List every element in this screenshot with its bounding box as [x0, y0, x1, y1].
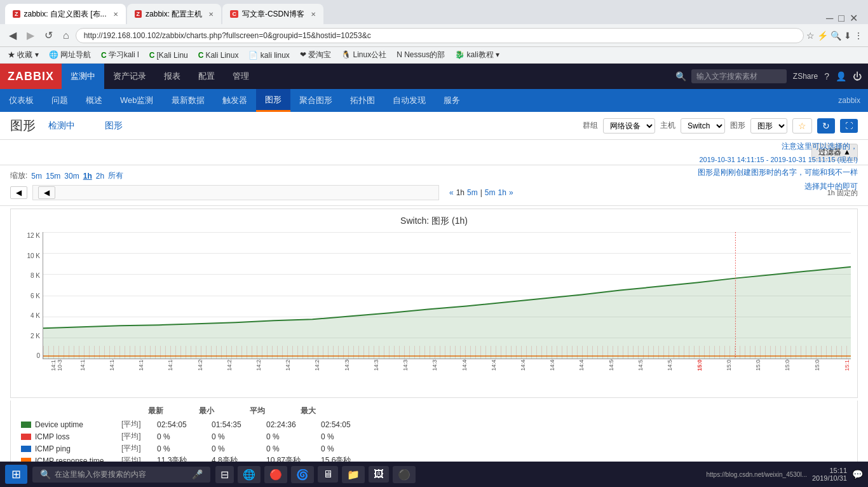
tab-2[interactable]: Z zabbix: 配置主机 ✕ — [127, 4, 222, 24]
legend-name-2: ICMP loss — [35, 432, 118, 441]
x-label-6: 14:20 — [197, 359, 231, 371]
host-select[interactable]: Switch — [681, 118, 725, 134]
legend-header-avg: 平均 — [250, 406, 301, 416]
zoom-1h[interactable]: 1h — [83, 172, 92, 181]
zoom-30m[interactable]: 30m — [64, 172, 79, 181]
submenu-dashboard[interactable]: 仪表板 — [0, 89, 43, 112]
graph-select[interactable]: 图形 — [750, 118, 787, 134]
download-icon[interactable]: ⬇ — [844, 31, 851, 41]
time-range-bar[interactable]: ◀ — [32, 185, 439, 200]
nav-item-config[interactable]: 配置 — [189, 64, 224, 89]
refresh-button[interactable]: ↻ — [817, 118, 835, 134]
bookmark-kali-linux[interactable]: C Kali Linux — [196, 50, 241, 61]
zoom-5m[interactable]: 5m — [31, 172, 42, 181]
taskbar-time: 15:11 — [812, 467, 847, 474]
address-bar[interactable] — [76, 28, 804, 43]
submenu-discovery[interactable]: 自动发现 — [384, 89, 435, 112]
nav-item-reports[interactable]: 报表 — [155, 64, 189, 89]
bookmark-kali-linu[interactable]: C[Kali Linu — [147, 50, 191, 61]
x-label-25: 15:06 — [785, 359, 818, 371]
x-label-26: 15:08 — [814, 359, 848, 371]
nav-item-assets[interactable]: 资产记录 — [104, 64, 155, 89]
back-button[interactable]: ◀ — [5, 27, 20, 44]
submenu-latest[interactable]: 最新数据 — [163, 89, 214, 112]
user-icon[interactable]: 👤 — [836, 71, 846, 81]
bookmark-nessus[interactable]: N Nessus的部 — [394, 48, 447, 62]
app6-btn[interactable]: ⚫ — [393, 466, 416, 476]
graph-label: 图形 — [730, 120, 745, 131]
breadcrumb-monitoring[interactable]: 检测中 — [48, 120, 75, 132]
app3-btn[interactable]: 🖥 — [318, 466, 338, 476]
bookmark-kali-learn[interactable]: C 学习kali l — [98, 48, 142, 62]
submenu-services[interactable]: 服务 — [435, 89, 469, 112]
microphone-icon[interactable]: 🎤 — [192, 469, 203, 476]
zoom-2h[interactable]: 2h — [96, 172, 104, 181]
fullscreen-button[interactable]: ⛶ — [840, 119, 858, 133]
step-fwd-5m[interactable]: 5m — [485, 188, 496, 197]
group-select[interactable]: 网络设备 — [603, 118, 655, 134]
bookmark-taobao[interactable]: ❤ 爱淘宝 — [297, 48, 334, 62]
power-icon[interactable]: ⏻ — [853, 71, 862, 81]
submenu-triggers[interactable]: 触发器 — [214, 89, 256, 112]
windows-button[interactable]: ⊞ — [5, 465, 27, 476]
maximize-icon[interactable]: □ — [838, 13, 844, 24]
bookmark-linux[interactable]: 🐧 Linux公社 — [339, 48, 389, 62]
search-input[interactable] — [691, 69, 787, 83]
x-label-15-00: 15:00 — [696, 359, 730, 371]
favorite-button[interactable]: ☆ — [792, 118, 812, 134]
nav-left-button[interactable]: ◀ — [10, 186, 27, 199]
submenu-screens[interactable]: 聚合图形 — [290, 89, 341, 112]
search-bar[interactable]: 🔍 在这里输入你要搜索的内容 🎤 — [32, 467, 210, 476]
minimize-icon[interactable]: ─ — [826, 13, 833, 24]
submenu-topology[interactable]: 拓扑图 — [341, 89, 384, 112]
bookmark-kali-tutorial[interactable]: 🐉 kali教程 ▾ — [452, 48, 502, 62]
bookmark-kali-linux2[interactable]: 📄 kali linux — [246, 50, 292, 61]
notification-icon[interactable]: 💬 — [852, 469, 863, 476]
bookmark-star-icon[interactable]: ☆ — [806, 31, 815, 41]
taskview-button[interactable]: ⊟ — [215, 466, 234, 476]
nav-item-monitoring[interactable]: 监测中 — [62, 64, 104, 89]
app4-btn[interactable]: 📁 — [342, 466, 365, 476]
extension-icon[interactable]: ⚡ — [817, 31, 828, 41]
submenu-problems[interactable]: 问题 — [43, 89, 77, 112]
tab-3[interactable]: C 写文章-CSDN博客 ✕ — [222, 4, 323, 24]
zoom-all[interactable]: 所有 — [108, 170, 123, 181]
submenu-graphs[interactable]: 图形 — [256, 89, 290, 112]
bookmark-favorites[interactable]: ★ 收藏 ▾ — [5, 48, 41, 62]
tab-1[interactable]: Z zabbix: 自定义图表 [布... ✕ — [5, 4, 126, 24]
tab-close-2[interactable]: ✕ — [208, 11, 214, 18]
zabbix-search: 🔍 — [675, 69, 793, 83]
tab-close-3[interactable]: ✕ — [311, 11, 316, 18]
step-back-5m[interactable]: 5m — [467, 188, 478, 197]
zabbix-header: ZABBIX 监测中 资产记录 报表 配置 管理 🔍 ZShare ? 👤 ⏻ — [0, 64, 868, 89]
step-back-1h[interactable]: « — [449, 188, 454, 197]
zoom-15m[interactable]: 15m — [46, 172, 60, 181]
search-icon[interactable]: 🔍 — [831, 31, 841, 41]
y-label-2k: 2 K — [31, 333, 40, 340]
submenu-overview[interactable]: 概述 — [77, 89, 111, 112]
app5-btn[interactable]: 🖼 — [369, 466, 389, 476]
close-icon[interactable]: ✕ — [850, 12, 858, 24]
breadcrumb-graphs[interactable]: 图形 — [105, 120, 123, 132]
x-axis: 14:110-31 14:12 14:14 14:16 14:18 14:20 … — [43, 359, 851, 397]
tab-close-1[interactable]: ✕ — [113, 11, 118, 18]
refresh-button[interactable]: ↺ — [41, 27, 57, 44]
app1-btn[interactable]: 🔴 — [264, 466, 287, 476]
x-label-21: 14:52 — [637, 359, 671, 371]
forward-button[interactable]: ▶ — [23, 27, 38, 44]
x-label-22: 14:54 — [667, 359, 700, 371]
inner-nav-left[interactable]: ◀ — [38, 186, 55, 199]
bookmark-nav[interactable]: 🌐 网址导航 — [46, 48, 93, 62]
browser-taskbar-btn[interactable]: 🌐 — [238, 466, 261, 476]
zshare-link[interactable]: ZShare — [793, 72, 818, 81]
legend-min-2: 0 % — [212, 432, 262, 441]
question-icon[interactable]: ? — [824, 71, 829, 81]
step-fwd-1h[interactable]: 1h — [498, 188, 506, 197]
app2-btn[interactable]: 🌀 — [291, 466, 314, 476]
menu-icon[interactable]: ⋮ — [854, 31, 863, 41]
submenu-web[interactable]: Web监测 — [111, 89, 163, 112]
step-fwd-end[interactable]: » — [509, 188, 513, 197]
home-button[interactable]: ⌂ — [59, 27, 73, 44]
annotation-region: 注意这里可以选择的， 2019-10-31 14:11:15 - 2019-10… — [0, 140, 868, 206]
nav-item-admin[interactable]: 管理 — [224, 64, 258, 89]
